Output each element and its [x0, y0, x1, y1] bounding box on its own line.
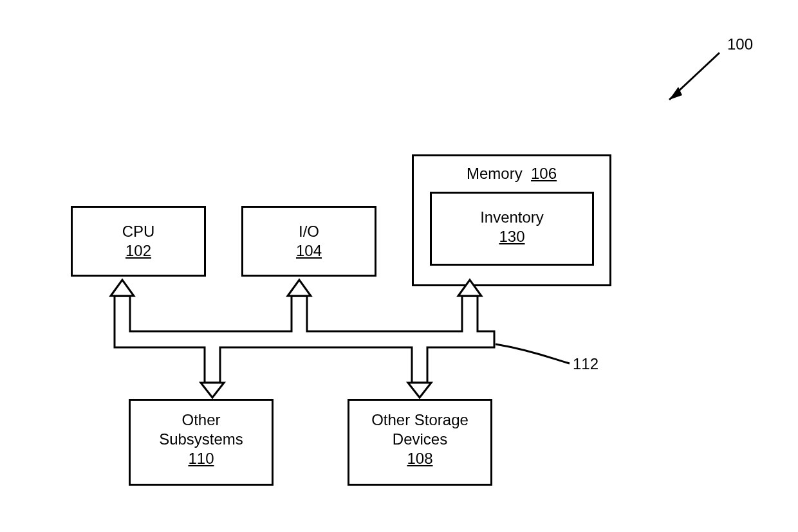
arrowhead-io	[288, 280, 311, 296]
other-storage-devices-block: Other Storage Devices 108	[348, 399, 492, 486]
cpu-ref: 102	[73, 241, 204, 261]
cpu-label: CPU	[73, 222, 204, 241]
figure-pointer	[669, 53, 719, 100]
other-storage-devices-ref: 108	[349, 449, 490, 468]
bus	[115, 296, 494, 383]
diagram-stage: CPU 102 I/O 104 Memory 106 Inventory 130…	[0, 0, 798, 532]
inventory-ref: 130	[432, 227, 592, 246]
io-block: I/O 104	[241, 206, 376, 277]
other-subsystems-ref: 110	[131, 449, 272, 468]
io-label: I/O	[243, 222, 375, 241]
memory-ref: 106	[531, 165, 557, 182]
io-ref: 104	[243, 241, 375, 261]
other-storage-devices-line2: Devices	[349, 430, 490, 449]
arrowhead-other-storage	[408, 383, 431, 398]
inventory-block: Inventory 130	[430, 192, 594, 266]
svg-marker-1	[669, 87, 682, 100]
figure-ref-label: 100	[727, 35, 753, 53]
arrowhead-other-subsystems	[201, 383, 224, 398]
memory-block: Memory 106 Inventory 130	[412, 154, 611, 286]
bus-ref-leader	[496, 344, 570, 363]
other-subsystems-block: Other Subsystems 110	[129, 399, 274, 486]
arrowhead-cpu	[111, 280, 134, 296]
bus-ref-label: 112	[573, 355, 598, 373]
other-storage-devices-line1: Other Storage	[349, 410, 490, 430]
inventory-label: Inventory	[432, 208, 592, 227]
memory-label: Memory	[467, 165, 523, 182]
cpu-block: CPU 102	[71, 206, 206, 277]
other-subsystems-line1: Other	[131, 410, 272, 430]
other-subsystems-line2: Subsystems	[131, 430, 272, 449]
svg-line-0	[669, 53, 719, 100]
